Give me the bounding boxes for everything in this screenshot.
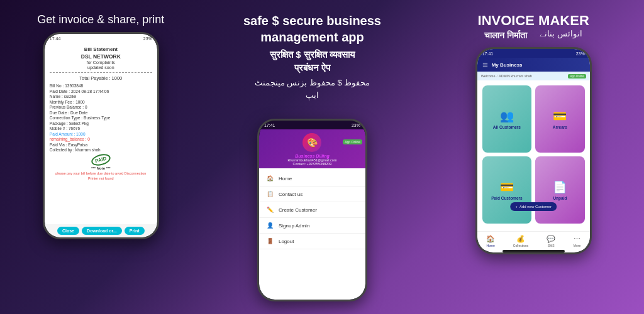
nav-sms-label: SMS xyxy=(548,244,555,247)
invoice-maker-title-en: INVOICE MAKER xyxy=(478,13,589,29)
card-paid-customers[interactable]: 💳 Paid Customers xyxy=(482,156,532,224)
bill-warning: please pay your bill before due date to … xyxy=(50,171,152,175)
bill-row: Name : suizilei xyxy=(50,94,152,99)
menu-signup-label: Signup Admin xyxy=(279,223,309,229)
phone3-time: 17:41 xyxy=(482,51,494,56)
all-customers-icon: 👥 xyxy=(500,109,514,123)
nav-home[interactable]: 🏠 Home xyxy=(486,235,495,247)
phone3-subheader: Welcome / ADMIN khurram shah App Online xyxy=(477,72,590,80)
card-all-customers[interactable]: 👥 All Customers xyxy=(482,85,532,153)
phone3-battery: 23% xyxy=(576,51,585,56)
paid-customers-label: Paid Customers xyxy=(491,196,523,200)
arrears-icon: 💳 xyxy=(553,109,567,123)
bill-subtitle: DSL NETWORK xyxy=(50,53,152,60)
bill-label: Package : xyxy=(50,121,68,126)
invoice-maker-title-hindi: चालान निर्माता xyxy=(484,30,527,41)
bill-row: Package : Select Pkg xyxy=(50,121,152,126)
nav-collections-icon: 💰 xyxy=(516,235,525,243)
welcome-text: Welcome xyxy=(481,74,496,78)
bill-row: Bill No : 13903848 xyxy=(50,84,152,88)
nav-collections-label: Collections xyxy=(513,244,528,247)
phone2-contact: Contact: +923355398209 xyxy=(293,162,332,166)
bill-printer: Printer not found xyxy=(50,176,152,180)
bill-label: Connection Type : xyxy=(50,116,82,120)
nav-more-icon: ⋯ xyxy=(574,235,580,243)
bill-collected-row: Collected by : khurram shah xyxy=(50,148,152,152)
user-name-text: ADMIN khurram shah xyxy=(499,74,532,78)
bill-paid-label: Paid Amount : 1000 xyxy=(50,132,86,136)
phone3-bottom-nav: 🏠 Home 💰 Collections 💬 SMS ⋯ More xyxy=(477,231,590,250)
phone2-app-online-badge: App Online xyxy=(343,139,362,144)
bill-remaining-label: remaining_balance : 0 xyxy=(50,137,90,141)
menu-item-logout[interactable]: 🚪 Logout xyxy=(259,234,365,249)
bill-total: Total Payable : 1000 xyxy=(50,75,152,81)
bill-sub2: for Complaints xyxy=(50,60,152,65)
bill-sub3: updated soon xyxy=(50,65,152,70)
home-icon: 🏠 xyxy=(267,175,274,181)
unpaid-icon: 📄 xyxy=(553,180,567,194)
bill-label: Previous Balance : xyxy=(50,105,84,109)
close-button[interactable]: Close xyxy=(57,227,79,235)
create-customer-icon: ✏️ xyxy=(267,207,274,213)
invoice-maker-title-urdu: انوائس بنانے xyxy=(540,29,582,38)
nav-more[interactable]: ⋯ More xyxy=(574,235,580,247)
hamburger-icon[interactable]: ☰ xyxy=(482,62,488,68)
section-invoice-maker: INVOICE MAKER चालान निर्माता انوائس بنان… xyxy=(423,6,644,308)
bill-label: Name : xyxy=(50,94,63,99)
menu-create-label: Create Customer xyxy=(279,207,317,213)
bill-value: 76676 xyxy=(69,126,80,131)
phone2-logo-icon: 🎨 xyxy=(303,133,321,152)
bill-value: 2024-08-28 17:44:06 xyxy=(71,89,109,94)
bill-value: Due Date xyxy=(70,111,87,115)
phone-1: 17:44 23% Bill Statement DSL NETWORK for… xyxy=(43,32,159,239)
nav-collections[interactable]: 💰 Collections xyxy=(513,235,528,247)
phone1-battery: 23% xyxy=(143,36,152,41)
menu-item-contact[interactable]: 📋 Contact us xyxy=(259,187,365,202)
arrears-label: Arrears xyxy=(553,125,567,129)
bill-row: Mobile # : 76676 xyxy=(50,126,152,131)
card-arrears[interactable]: 💳 Arrears xyxy=(535,85,585,153)
phone1-status-bar: 17:44 23% xyxy=(45,34,157,43)
nav-sms[interactable]: 💬 SMS xyxy=(547,235,555,247)
menu-item-signup-admin[interactable]: 👤 Signup Admin xyxy=(259,218,365,234)
bill-remaining-row: remaining_balance : 0 xyxy=(50,137,152,141)
unpaid-label: Unpaid xyxy=(553,196,567,200)
bill-value: Select Pkg xyxy=(69,121,89,126)
promo-hindi: सुरक्षित $ सुरक्षित व्यवसाय प्रबंधन ऐप xyxy=(270,48,355,74)
promo-urdu: محفوظ $ محفوظ بزنس مینجمنٹ ایپ xyxy=(255,77,370,101)
menu-item-create-customer[interactable]: ✏️ Create Customer xyxy=(259,202,365,218)
promo-line1: safe $ secure business management app xyxy=(243,13,381,45)
nav-sms-icon: 💬 xyxy=(547,235,555,243)
bill-label: Mobile # : xyxy=(50,126,67,131)
print-button[interactable]: Print xyxy=(125,227,145,235)
phone3-home-indicator xyxy=(502,250,565,252)
bill-stamp: PAID xyxy=(50,154,152,165)
phone1-time: 17:44 xyxy=(50,36,61,41)
phone-1-screen: 17:44 23% Bill Statement DSL NETWORK for… xyxy=(45,34,157,237)
card-unpaid[interactable]: 📄 Unpaid xyxy=(535,156,585,224)
logout-icon: 🚪 xyxy=(267,238,274,244)
all-customers-label: All Customers xyxy=(493,125,521,129)
phone-3: 17:41 23% ☰ My Business Welcome / ADMIN … xyxy=(475,47,592,254)
bill-row: Previous Balance : 0 xyxy=(50,105,152,109)
menu-item-home[interactable]: 🏠 Home xyxy=(259,171,365,187)
nav-more-label: More xyxy=(574,244,580,247)
phone2-status-bar: 17:41 23% xyxy=(259,121,365,129)
phone3-status-bar: 17:41 23% xyxy=(477,49,590,58)
bill-value: 13903848 xyxy=(65,84,83,88)
bill-title: Bill Statement xyxy=(50,46,152,52)
bill-row: Connection Type : Business Type xyxy=(50,116,152,120)
bill-divider-1 xyxy=(50,72,152,73)
phone3-header: ☰ My Business xyxy=(477,58,590,72)
bill-note: *** Note *** xyxy=(50,166,152,170)
paid-customers-icon: 💳 xyxy=(500,180,514,194)
phone-3-screen: 17:41 23% ☰ My Business Welcome / ADMIN … xyxy=(477,49,590,252)
add-new-customer-fab[interactable]: + Add new Customer xyxy=(510,202,557,211)
phone2-header: 🎨 Business Billing khurrambukhari451@gma… xyxy=(259,129,365,168)
nav-home-icon: 🏠 xyxy=(486,235,495,243)
download-button[interactable]: Download or... xyxy=(82,227,122,235)
section-promo: safe $ secure business management app सु… xyxy=(202,6,423,308)
bill-paidvia-label: Paid Via : EasyPaisa xyxy=(50,143,87,147)
fab-label: Add new Customer xyxy=(519,205,552,208)
bill-label: Monthly Fee : xyxy=(50,100,74,104)
